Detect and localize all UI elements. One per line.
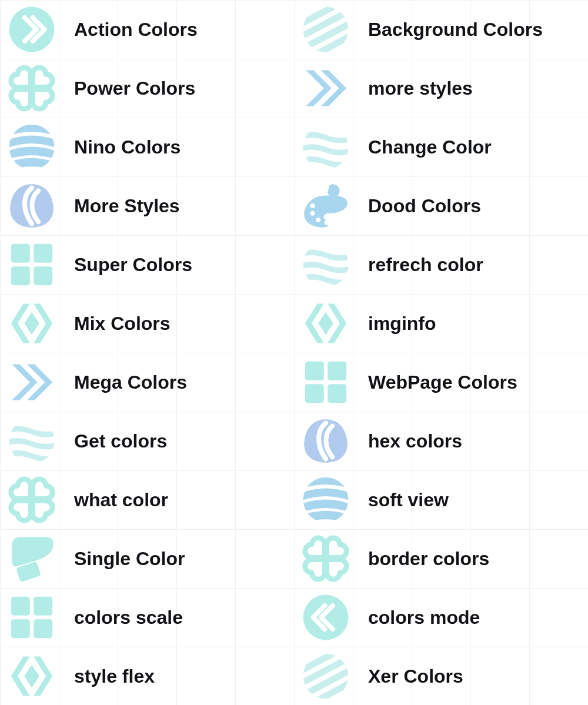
extension-label: refrech color bbox=[368, 254, 483, 276]
extension-list: Action ColorsBackground ColorsPower Colo… bbox=[0, 0, 588, 705]
four-squares-icon bbox=[6, 592, 58, 643]
chevrons-right-icon bbox=[6, 356, 58, 408]
stripes-sphere-icon bbox=[6, 121, 58, 173]
four-squares-icon bbox=[300, 356, 352, 408]
extension-label: Nino Colors bbox=[74, 136, 181, 158]
extension-label: Get colors bbox=[74, 430, 167, 452]
extension-label: WebPage Colors bbox=[368, 372, 517, 393]
stripes-diagonal-circle-icon bbox=[300, 650, 352, 702]
extension-item[interactable]: hex colors bbox=[294, 412, 588, 470]
extension-item[interactable]: more styles bbox=[294, 59, 588, 118]
clover-icon bbox=[300, 533, 352, 584]
extension-item[interactable]: WebPage Colors bbox=[294, 353, 588, 412]
extension-label: imginfo bbox=[368, 313, 436, 335]
diamond-brackets-icon bbox=[6, 650, 58, 702]
stripes-sphere-icon bbox=[300, 474, 352, 526]
extension-item[interactable]: imginfo bbox=[294, 294, 588, 353]
extension-item[interactable]: Super Colors bbox=[0, 235, 294, 294]
extension-label: Power Colors bbox=[74, 78, 195, 99]
extension-item[interactable]: border colors bbox=[294, 529, 588, 588]
extension-item[interactable]: Single Color bbox=[0, 529, 294, 588]
extension-label: Single Color bbox=[74, 548, 185, 570]
extension-item[interactable]: soft view bbox=[294, 470, 588, 529]
extension-item[interactable]: style flex bbox=[0, 647, 294, 705]
extension-label: colors scale bbox=[74, 607, 183, 629]
extension-item[interactable]: Change Color bbox=[294, 118, 588, 176]
extension-item[interactable]: More Styles bbox=[0, 176, 294, 235]
extension-label: Mix Colors bbox=[74, 313, 171, 335]
extension-item[interactable]: colors mode bbox=[294, 588, 588, 647]
clover-icon bbox=[6, 474, 58, 526]
extension-item[interactable]: Action Colors bbox=[0, 0, 294, 59]
extension-label: Super Colors bbox=[74, 254, 192, 276]
arrow-forward-circle-icon bbox=[6, 4, 58, 55]
extension-item[interactable]: Mix Colors bbox=[0, 294, 294, 353]
extension-item[interactable]: Get colors bbox=[0, 412, 294, 470]
extension-label: Background Colors bbox=[368, 19, 543, 41]
chevrons-right-icon bbox=[300, 62, 352, 114]
extension-item[interactable]: Power Colors bbox=[0, 59, 294, 118]
extension-label: what color bbox=[74, 489, 168, 511]
four-squares-icon bbox=[6, 239, 58, 290]
extension-label: Mega Colors bbox=[74, 372, 187, 393]
extension-label: soft view bbox=[368, 489, 449, 511]
extension-item[interactable]: Dood Colors bbox=[294, 176, 588, 235]
extension-label: hex colors bbox=[368, 430, 462, 452]
extension-label: style flex bbox=[74, 666, 155, 687]
extension-item[interactable]: what color bbox=[0, 470, 294, 529]
extension-label: more styles bbox=[368, 78, 473, 99]
extension-item[interactable]: refrech color bbox=[294, 235, 588, 294]
arrow-back-circle-icon bbox=[300, 592, 352, 643]
extension-label: Change Color bbox=[368, 136, 492, 158]
extension-label: More Styles bbox=[74, 195, 180, 217]
extension-label: Action Colors bbox=[74, 19, 198, 41]
extension-label: Xer Colors bbox=[368, 666, 463, 687]
leaf-swirl-icon bbox=[6, 180, 58, 232]
stripes-diagonal-circle-icon bbox=[300, 4, 352, 55]
extension-label: colors mode bbox=[368, 607, 480, 629]
extension-item[interactable]: Nino Colors bbox=[0, 118, 294, 176]
paint-roller-icon bbox=[6, 533, 58, 584]
diamond-brackets-icon bbox=[6, 298, 58, 349]
extension-label: Dood Colors bbox=[368, 195, 481, 217]
waves-circle-icon bbox=[6, 415, 58, 467]
paint-palette-icon bbox=[300, 180, 352, 232]
waves-circle-icon bbox=[300, 121, 352, 173]
extension-label: border colors bbox=[368, 548, 489, 570]
diamond-brackets-icon bbox=[300, 298, 352, 349]
extension-item[interactable]: Mega Colors bbox=[0, 353, 294, 412]
extension-item[interactable]: Background Colors bbox=[294, 0, 588, 59]
waves-circle-icon bbox=[300, 239, 352, 290]
leaf-swirl-icon bbox=[300, 415, 352, 467]
extension-item[interactable]: colors scale bbox=[0, 588, 294, 647]
extension-item[interactable]: Xer Colors bbox=[294, 647, 588, 705]
clover-icon bbox=[6, 62, 58, 114]
